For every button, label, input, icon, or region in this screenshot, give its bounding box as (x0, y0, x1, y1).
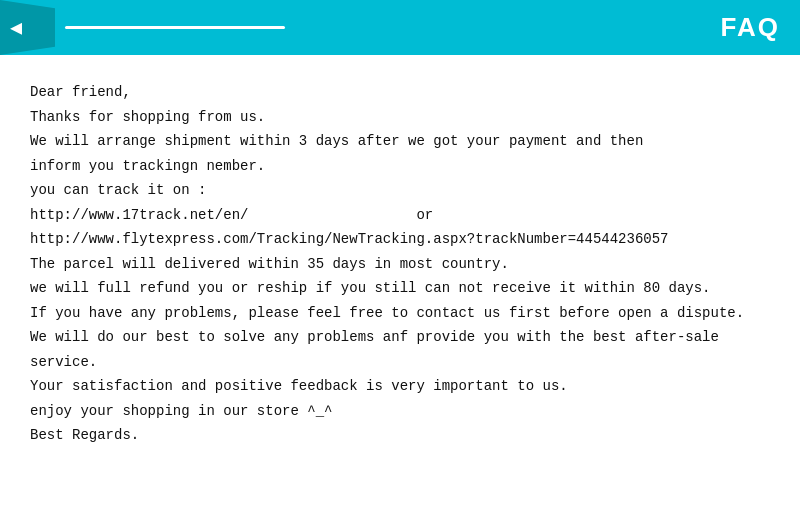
content-line: you can track it on : (30, 178, 770, 203)
content-line: Dear friend, (30, 80, 770, 105)
content-line: inform you trackingn nember. (30, 154, 770, 179)
content-line: Best Regards. (30, 423, 770, 448)
content-line: Thanks for shopping from us. (30, 105, 770, 130)
content-line: We will do our best to solve any problem… (30, 325, 770, 350)
content-line: http://www.17track.net/en/ or (30, 203, 770, 228)
content-line: The parcel will delivered within 35 days… (30, 252, 770, 277)
content-line: We will arrange shipment within 3 days a… (30, 129, 770, 154)
content-line: we will full refund you or reship if you… (30, 276, 770, 301)
header: FAQ (0, 0, 800, 55)
content-line: If you have any problems, please feel fr… (30, 301, 770, 326)
content-line: service. (30, 350, 770, 375)
content-line: Your satisfaction and positive feedback … (30, 374, 770, 399)
content-area: Dear friend,Thanks for shopping from us.… (0, 55, 800, 473)
page-title: FAQ (721, 12, 800, 43)
content-line: http://www.flytexpress.com/Tracking/NewT… (30, 227, 770, 252)
back-button[interactable] (0, 0, 55, 55)
content-line: enjoy your shopping in our store ^_^ (30, 399, 770, 424)
header-line (65, 26, 285, 29)
